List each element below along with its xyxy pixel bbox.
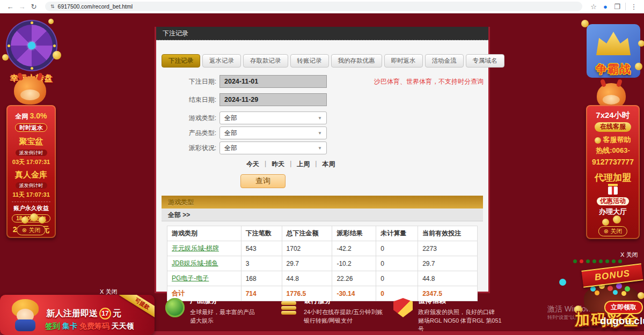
offer-text: 新人注册即送 <box>46 308 98 319</box>
cell-uncounted: 0 <box>376 241 418 256</box>
cell-total: 1702 <box>282 241 332 256</box>
payout-status-select[interactable]: 全部 ▼ <box>219 142 327 154</box>
service-help-text: 客服帮助 <box>603 136 631 144</box>
divider <box>12 202 50 202</box>
table-row: PG电子-电子 168 44.8 22.26 0 44.8 <box>167 271 478 286</box>
tab-deposit-withdraw-records[interactable]: 存取款记录 <box>243 54 288 68</box>
quick-link-today[interactable]: 今天 <box>246 160 259 169</box>
online-service-badge: 在线客服 <box>595 122 631 132</box>
forward-icon[interactable]: → <box>16 0 28 13</box>
tab-exclusive-domain[interactable]: 专属域名 <box>466 54 504 68</box>
countdown-label: 派发倒计时 <box>16 182 47 189</box>
coin-icon <box>30 213 38 221</box>
coin-icon <box>48 19 54 24</box>
gift-icon <box>608 187 618 195</box>
coin-icon <box>638 40 644 47</box>
close-left-banner-button[interactable]: ⊗ 关闭 <box>17 225 46 235</box>
carousel-dot[interactable] <box>612 259 616 263</box>
carousel-dot[interactable] <box>573 259 577 263</box>
cell-bets: 543 <box>241 241 282 256</box>
back-icon[interactable]: ← <box>4 0 16 13</box>
carousel-dot[interactable] <box>599 259 603 263</box>
footer-line: 政府颁发的执照，良好的口碑 <box>418 308 506 316</box>
reload-icon[interactable]: ↻ <box>28 0 40 13</box>
footer-trust: 值得信赖 政府颁发的执照，良好的口碑 赌场RGL NO50 体育RGL 第051… <box>393 296 506 333</box>
perk-signin: 签到 <box>45 322 60 330</box>
newcomer-promo-banner[interactable]: 可提款 新人注册即送 17 元 签到 集卡 免费筹码 天天领 <box>0 295 155 335</box>
bonus-amount-coin: 17 <box>99 308 111 319</box>
cell-bets: 3 <box>241 256 282 271</box>
tab-rebate-records[interactable]: 返水记录 <box>202 54 241 68</box>
account-benefit-text: 账户永久收益 <box>6 205 56 212</box>
footer-title: 银行服务 <box>304 296 383 306</box>
mascot-character <box>10 299 41 331</box>
tab-instant-rebate[interactable]: 即时返水 <box>384 54 423 68</box>
chevron-down-icon: ▼ <box>318 131 322 136</box>
query-button[interactable]: 查询 <box>240 174 286 188</box>
dragon-mascot <box>14 77 46 105</box>
site-watermark: dugou.club <box>600 315 644 327</box>
col-uncounted: 未计算量 <box>376 226 418 241</box>
quick-link-yesterday[interactable]: 昨天 <box>272 160 284 169</box>
quick-link-this-week[interactable]: 本周 <box>322 160 335 169</box>
bonus-ribbon: BONUS <box>581 263 643 287</box>
table-row: JDB娱乐城-捕鱼 3 29.7 -10.2 0 29.7 <box>167 256 478 271</box>
coin-icon <box>53 51 61 59</box>
carousel-dot[interactable] <box>605 259 609 263</box>
tab-transfer-records[interactable]: 转账记录 <box>290 54 329 68</box>
product-type-value: 全部 <box>224 129 237 138</box>
table-row: 开元娱乐城-棋牌 543 1702 -42.2 0 2273 <box>167 241 478 256</box>
battle-event-banner[interactable]: 争霸战 <box>587 24 640 78</box>
coin-icon <box>638 292 644 299</box>
rebate-banner[interactable]: 全网 3.0% 时时返水 聚宝盆 派发倒计时 03天 17:07:31 真人金库… <box>6 105 56 238</box>
game-type-select[interactable]: 全部 ▼ <box>219 111 327 124</box>
customer-service-banner[interactable]: 7x24小时 在线客服 客服帮助 热线:0063- 9127737777 代理加… <box>586 105 640 239</box>
category-link[interactable]: PG电子-电子 <box>172 274 209 282</box>
cell-uncounted: 0 <box>376 256 418 271</box>
close-label: 关闭 <box>610 228 622 234</box>
carousel-dot[interactable] <box>586 259 590 263</box>
carousel-dot[interactable] <box>592 259 596 263</box>
live-vault-title: 真人金库 <box>6 170 56 179</box>
product-type-select[interactable]: 全部 ▼ <box>219 126 327 139</box>
lucky-wheel-banner[interactable]: 幸运大转盘 <box>3 21 60 84</box>
close-bottom-right-banner[interactable]: X 关闭 <box>620 251 638 259</box>
perk-free-chips: 免费筹码 <box>79 322 109 330</box>
countdown-label: 派发倒计时 <box>16 150 47 156</box>
tab-my-deposit-offers[interactable]: 我的存款优惠 <box>331 54 382 68</box>
site-info-icon[interactable]: ⇅ <box>50 4 55 9</box>
end-date-input[interactable] <box>219 93 327 106</box>
category-link[interactable]: JDB娱乐城-捕鱼 <box>172 259 218 267</box>
address-bar[interactable]: ⇅ 6917500.com/record_bet.html <box>45 2 582 11</box>
crown-icon <box>596 31 631 55</box>
payout-status-label: 派彩状况: <box>178 144 216 153</box>
bet-date-input[interactable] <box>219 75 327 88</box>
cell-uncounted: 0 <box>376 271 418 286</box>
quick-date-links: 今天 | 昨天 | 上周 | 本周 <box>178 157 488 169</box>
panel-title: 下注记录 <box>156 27 488 40</box>
carousel-dots <box>573 259 622 263</box>
service-hours: 7x24小时 <box>586 110 640 120</box>
url-text: 6917500.com/record_bet.html <box>58 3 133 10</box>
treasure-bowl-title: 聚宝盆 <box>6 137 56 146</box>
category-link[interactable]: 开元娱乐城-棋牌 <box>172 244 219 252</box>
col-bet-count: 下注笔数 <box>241 226 282 241</box>
breadcrumb[interactable]: 全部 >> <box>162 209 483 221</box>
menu-kebab-icon[interactable]: ⋮ <box>628 0 640 13</box>
game-type-section-header: 游戏类型 <box>162 196 483 209</box>
hotline-line1: 热线:0063- <box>586 147 640 155</box>
tab-activity-flow[interactable]: 活动金流 <box>425 54 464 68</box>
carousel-dot[interactable] <box>618 259 622 263</box>
close-right-banner-button[interactable]: ⊗ 关闭 <box>598 226 627 236</box>
bookmark-star-icon[interactable]: ☆ <box>588 0 599 13</box>
quick-link-last-week[interactable]: 上周 <box>297 160 310 169</box>
claim-now-button[interactable]: 立即领取 <box>604 301 643 314</box>
tab-restore-icon[interactable]: ❐ <box>611 0 623 13</box>
tab-bet-records[interactable]: 下注记录 <box>162 54 200 68</box>
withdrawable-ribbon: 可提款 <box>119 295 155 321</box>
col-game-category: 游戏类别 <box>167 226 241 241</box>
countdown-time: 11天 17:07:31 <box>6 191 56 198</box>
extension-icon[interactable]: ● <box>599 0 611 13</box>
carousel-dot-active[interactable] <box>580 259 583 263</box>
cell-valid: 44.8 <box>418 271 478 286</box>
